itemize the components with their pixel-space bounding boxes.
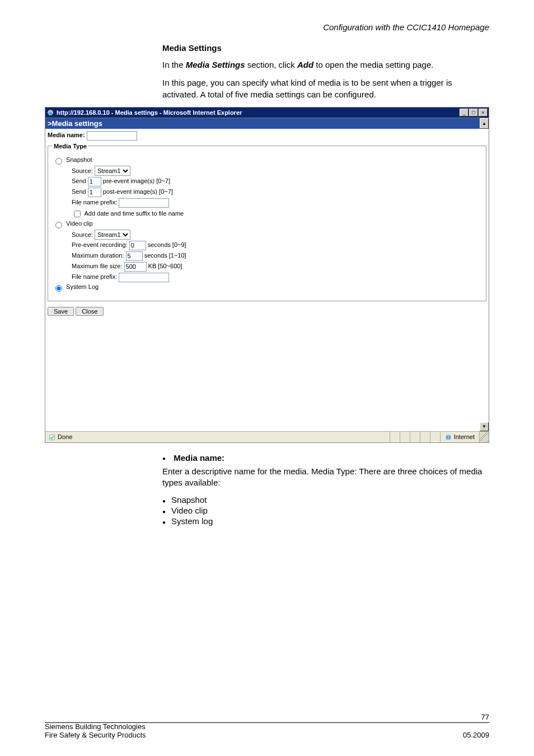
status-cell (420, 432, 430, 442)
close-button[interactable]: Close (76, 307, 104, 316)
text: In the (162, 60, 186, 69)
snapshot-radio[interactable] (55, 158, 62, 165)
list-item: Snapshot (162, 495, 489, 505)
status-zone-text: Internet (454, 433, 475, 440)
text-bold: Add (297, 60, 313, 69)
internet-zone-icon (445, 433, 452, 441)
video-prefix-label: File name prefix: (72, 273, 117, 280)
videoclip-radio[interactable] (55, 222, 62, 228)
status-cell (400, 432, 410, 442)
ie-icon (46, 109, 54, 116)
text: to open the media setting page. (313, 60, 433, 69)
status-cell (430, 432, 441, 442)
list-item: System log (162, 516, 489, 526)
snapshot-prefix-input[interactable] (119, 198, 169, 208)
maxdur-suffix: seconds [1~10] (144, 252, 186, 259)
close-window-button[interactable]: × (479, 109, 488, 116)
status-bar: Done Internet (45, 431, 489, 442)
resize-grip-icon[interactable] (480, 432, 489, 442)
pre-event-suffix: pre-event image(s) [0~7] (103, 178, 170, 184)
maxsize-label: Maximum file size: (72, 263, 122, 269)
post-event-suffix: post-event image(s) [0~7] (103, 188, 173, 195)
maxdur-input[interactable] (126, 251, 143, 261)
ie-window: http://192.168.0.10 - Media settings - M… (45, 107, 489, 443)
scroll-up-button[interactable]: ▲ (480, 118, 489, 129)
list-item: Video clip (162, 506, 489, 515)
text-bold: Media Settings (186, 60, 245, 69)
videoclip-label: Video clip (66, 220, 93, 227)
form-area: Media name: Media Type Snapshot Source: … (45, 129, 489, 431)
section-title: Media Settings (162, 43, 489, 53)
snapshot-source-label: Source: (72, 167, 93, 174)
text: section, click (245, 60, 297, 69)
media-name-heading: Media name: (162, 453, 489, 463)
scroll-down-button[interactable]: ▼ (480, 422, 489, 431)
media-name-label: Media name: (48, 132, 85, 138)
status-done-text: Done (58, 433, 72, 440)
page-banner: >Media settings ▲ (45, 118, 489, 129)
footer-left-2: Fire Safety & Security Products (45, 731, 146, 739)
media-name-input[interactable] (87, 131, 137, 141)
media-type-legend: Media Type (53, 143, 88, 150)
maxsize-suffix: KB [50~600] (148, 263, 182, 269)
svg-rect-1 (50, 435, 55, 440)
video-prefix-input[interactable] (119, 273, 169, 282)
footer-left-1: Siemens Building Technologies (45, 722, 146, 731)
video-source-select[interactable]: Stream1 (95, 230, 130, 240)
media-name-para: Enter a descriptive name for the media. … (162, 466, 489, 489)
status-cell (410, 432, 420, 442)
prerec-label: Pre-event recording: (72, 241, 128, 248)
send-label-post: Send (72, 188, 86, 195)
intro-para-2: In this page, you can specify what kind … (162, 77, 489, 100)
svg-point-0 (48, 110, 53, 115)
systemlog-radio[interactable] (55, 285, 62, 292)
maximize-button[interactable]: □ (469, 109, 478, 116)
systemlog-label: System Log (66, 283, 99, 290)
pre-event-input[interactable] (88, 177, 101, 186)
page-number: 77 (45, 713, 489, 721)
intro-para-1: In the Media Settings section, click Add… (162, 59, 489, 71)
done-icon (49, 433, 55, 441)
save-button[interactable]: Save (48, 307, 74, 316)
prerec-suffix: seconds [0~9] (148, 241, 186, 248)
minimize-button[interactable]: _ (460, 109, 469, 116)
page-footer: 77 Siemens Building Technologies Fire Sa… (45, 722, 489, 739)
video-source-label: Source: (72, 231, 93, 238)
window-title: http://192.168.0.10 - Media settings - M… (57, 109, 460, 116)
footer-right-2: 05.2009 (463, 731, 489, 739)
banner-text: >Media settings (48, 119, 102, 128)
send-label-pre: Send (72, 178, 86, 184)
snapshot-label: Snapshot (66, 156, 92, 163)
add-datetime-checkbox[interactable] (74, 211, 81, 217)
post-event-input[interactable] (88, 188, 101, 197)
add-datetime-label: Add date and time suffix to file name (84, 210, 184, 217)
page-header-right: Configuration with the CCIC1410 Homepage (45, 22, 489, 32)
titlebar: http://192.168.0.10 - Media settings - M… (45, 108, 489, 118)
snapshot-source-select[interactable]: Stream1 (95, 166, 130, 176)
snapshot-prefix-label: File name prefix: (72, 199, 117, 206)
maxsize-input[interactable] (124, 262, 147, 272)
maxdur-label: Maximum duration: (72, 252, 124, 259)
prerec-input[interactable] (129, 241, 146, 250)
media-type-fieldset: Media Type Snapshot Source: Stream1 Send… (48, 143, 486, 301)
status-cell (390, 432, 400, 442)
